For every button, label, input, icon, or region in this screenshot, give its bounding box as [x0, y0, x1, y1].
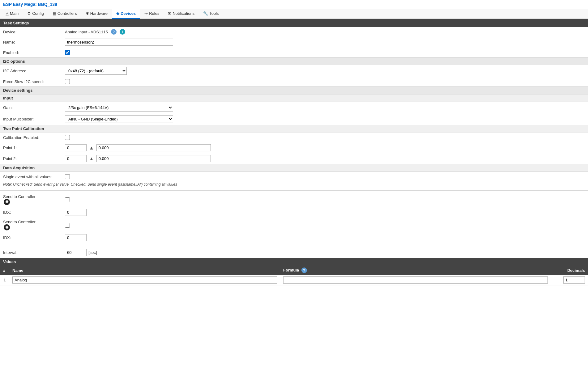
device-row: Device: Analog input - ADS1115 ? i [0, 27, 588, 37]
single-event-label: Single event with all values: [3, 175, 65, 179]
nav-config[interactable]: ⚙ Config [23, 9, 48, 19]
col-num: # [0, 266, 9, 275]
mux-row: Input Multiplexer: AIN0 - GND (Single-En… [0, 113, 588, 125]
enabled-label: Enabled: [3, 50, 65, 55]
idx2-label: IDX: [3, 235, 65, 240]
divider1 [0, 190, 588, 191]
gain-select[interactable]: 2/3x gain (FS=6.144V) 1x gain (FS=4.096V… [65, 104, 173, 112]
point2-control: ▲ [65, 155, 585, 162]
nav-tools[interactable]: 🔧 Tools [199, 9, 223, 19]
hardware-icon: ✱ [86, 11, 89, 16]
nav-hardware[interactable]: ✱ Hardware [81, 9, 112, 19]
controller1-badge: ❶ [4, 199, 10, 205]
table-row: 1 [0, 275, 588, 285]
nav-main[interactable]: △ Main [1, 9, 23, 19]
idx1-control [65, 209, 585, 216]
row-name-cell [9, 275, 280, 285]
point1-label: Point 1: [3, 145, 65, 150]
calibration-enabled-control [65, 135, 585, 140]
i2c-address-control: 0x48 (72) - (default) 0x49 (73) 0x4A (74… [65, 67, 585, 75]
point2-arrow: ▲ [89, 156, 94, 162]
controller1-checkbox[interactable] [65, 197, 70, 202]
gain-label: Gain: [3, 105, 65, 110]
device-help-icon[interactable]: ? [111, 29, 117, 35]
idx1-input[interactable] [65, 209, 87, 216]
i2c-address-row: I2C Address: 0x48 (72) - (default) 0x49 … [0, 65, 588, 77]
controller2-label: Send to Controller ❷ [3, 220, 65, 230]
col-formula: Formula ? [280, 266, 551, 275]
controller2-control [65, 223, 585, 228]
slow-i2c-checkbox[interactable] [65, 79, 70, 84]
i2c-options-header: I2C options [0, 57, 588, 65]
single-event-checkbox[interactable] [65, 174, 70, 179]
rules-icon: ⇢ [144, 11, 148, 16]
point2-value-input[interactable] [96, 155, 211, 162]
mux-control: AIN0 - GND (Single-Ended) AIN1 - GND (Si… [65, 115, 585, 123]
slow-i2c-row: Force Slow I2C speed: [0, 77, 588, 86]
device-info-icon[interactable]: i [120, 29, 125, 35]
point2-raw-input[interactable] [65, 155, 87, 162]
row-formula-cell [280, 275, 551, 285]
name-control-area [65, 39, 585, 46]
nav-notifications[interactable]: ✉ Notifications [164, 9, 199, 19]
devices-icon: ◈ [116, 11, 119, 16]
data-acquisition-header: Data Acquisition [0, 164, 588, 172]
values-table: # Name Formula ? Decimals 1 [0, 266, 588, 285]
i2c-address-select[interactable]: 0x48 (72) - (default) 0x49 (73) 0x4A (74… [65, 67, 127, 75]
gain-row: Gain: 2/3x gain (FS=6.144V) 1x gain (FS=… [0, 102, 588, 113]
nav-devices[interactable]: ◈ Devices [112, 9, 140, 19]
task-settings-header: Task Settings [0, 19, 588, 27]
interval-unit: [sec] [88, 250, 97, 255]
point1-value-input[interactable] [96, 144, 211, 151]
row-formula-input[interactable] [283, 276, 548, 284]
controller2-checkbox[interactable] [65, 223, 70, 228]
values-header: Values [0, 258, 588, 266]
name-label: Name: [3, 40, 65, 44]
point1-raw-input[interactable] [65, 144, 87, 151]
controller1-row: Send to Controller ❶ [0, 192, 588, 207]
point1-row: Point 1: ▲ [0, 142, 588, 153]
nav-rules[interactable]: ⇢ Rules [140, 9, 164, 19]
slow-i2c-control [65, 79, 585, 84]
row-name-input[interactable] [12, 276, 277, 284]
tools-icon: 🔧 [203, 11, 208, 16]
mux-label: Input Multiplexer: [3, 117, 65, 121]
idx1-row: IDX: [0, 207, 588, 218]
page-title[interactable]: ESP Easy Mega: BBQ_138 [3, 2, 57, 7]
col-name: Name [9, 266, 280, 275]
main-icon: △ [6, 11, 9, 16]
nav-controllers[interactable]: ▦ Controllers [48, 9, 81, 19]
content: Task Settings Device: Analog input - ADS… [0, 19, 588, 285]
col-decimals: Decimals [551, 266, 588, 275]
row-decimals-input[interactable] [563, 276, 585, 284]
idx2-input[interactable] [65, 234, 87, 241]
title-bar: ESP Easy Mega: BBQ_138 [0, 0, 588, 9]
gain-control: 2/3x gain (FS=6.144V) 1x gain (FS=4.096V… [65, 104, 585, 112]
point1-control: ▲ [65, 144, 585, 151]
controller1-label: Send to Controller ❶ [3, 194, 65, 205]
name-input[interactable] [65, 39, 173, 46]
enabled-checkbox[interactable] [65, 50, 70, 55]
controller1-control [65, 197, 585, 202]
calibration-enabled-label: Calibration Enabled: [3, 135, 65, 140]
name-row: Name: [0, 37, 588, 48]
idx2-row: IDX: [0, 232, 588, 243]
input-header: Input [0, 94, 588, 102]
divider2 [0, 245, 588, 245]
idx1-label: IDX: [3, 210, 65, 215]
mux-select[interactable]: AIN0 - GND (Single-Ended) AIN1 - GND (Si… [65, 115, 173, 123]
idx2-control [65, 234, 585, 241]
config-icon: ⚙ [27, 11, 31, 16]
device-label: Device: [3, 30, 65, 34]
device-value: Analog input - ADS1115 [65, 30, 108, 34]
calibration-header: Two Point Calibration [0, 125, 588, 133]
formula-help-icon[interactable]: ? [301, 267, 307, 273]
nav-bar: △ Main ⚙ Config ▦ Controllers ✱ Hardware… [0, 9, 588, 19]
calibration-enabled-checkbox[interactable] [65, 135, 70, 140]
slow-i2c-label: Force Slow I2C speed: [3, 79, 65, 84]
enabled-control-area [65, 50, 585, 55]
device-value-area: Analog input - ADS1115 ? i [65, 29, 585, 35]
row-num: 1 [0, 275, 9, 285]
interval-input[interactable] [65, 249, 87, 256]
controller2-badge: ❷ [4, 224, 10, 230]
